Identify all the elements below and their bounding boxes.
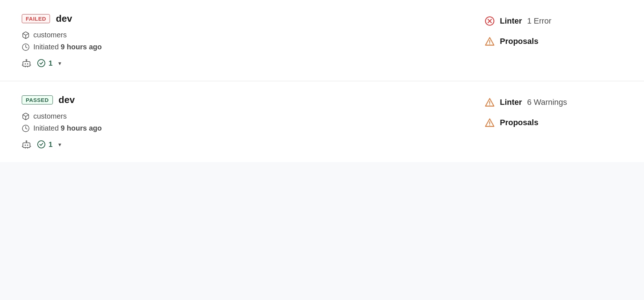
card-header-1: PASSEDdev: [22, 94, 203, 106]
clock-icon-1: [22, 124, 30, 132]
status-badge-1: PASSED: [22, 95, 53, 104]
warning-triangle-icon-0-1: [485, 36, 495, 46]
svg-rect-19: [23, 143, 30, 148]
svg-point-23: [26, 141, 27, 142]
check-count-1[interactable]: 1: [37, 140, 53, 149]
right-item-label-1-0: Linter: [500, 98, 522, 107]
svg-point-6: [26, 59, 27, 61]
box-icon-0: [22, 31, 30, 39]
initiated-text-1: Initiated 9 hours ago: [33, 124, 102, 132]
actions-row-0: 1▾: [22, 58, 203, 68]
initiated-text-0: Initiated 9 hours ago: [33, 43, 102, 51]
package-row-0: customers: [22, 31, 203, 39]
chevron-down-icon-1[interactable]: ▾: [58, 141, 61, 148]
card-passed: PASSEDdev customers Initiated 9 hours ag…: [0, 81, 644, 162]
card-left-1: PASSEDdev customers Initiated 9 hours ag…: [22, 94, 203, 149]
main-container: FAILEDdev customers Initiated 9 hours ag…: [0, 0, 644, 162]
svg-point-4: [27, 63, 28, 65]
package-name-0: customers: [33, 31, 67, 39]
check-circle-icon-0: [37, 59, 46, 67]
card-left-0: FAILEDdev customers Initiated 9 hours ag…: [22, 13, 203, 68]
check-count-0[interactable]: 1: [37, 59, 53, 67]
status-badge-0: FAILED: [22, 14, 50, 23]
svg-rect-2: [23, 62, 30, 66]
svg-point-30: [489, 104, 490, 105]
clock-icon-0: [22, 43, 30, 51]
right-item-count-0-0: 1 Error: [527, 16, 551, 26]
right-item-label-0-1: Proposals: [500, 37, 538, 46]
right-item-count-1-0: 6 Warnings: [527, 98, 567, 107]
initiated-row-1: Initiated 9 hours ago: [22, 124, 203, 132]
right-item-1-1: Proposals: [485, 118, 622, 128]
svg-point-16: [489, 44, 490, 44]
count-text-1: 1: [49, 140, 53, 149]
card-right-0: Linter1 Error Proposals: [485, 13, 622, 46]
env-name-0: dev: [56, 13, 72, 24]
initiated-row-0: Initiated 9 hours ago: [22, 43, 203, 51]
env-name-1: dev: [59, 94, 75, 106]
package-name-1: customers: [33, 112, 67, 120]
robot-icon-0: [22, 58, 31, 68]
right-item-0-0: Linter1 Error: [485, 16, 622, 26]
warning-triangle-icon-1-1: [485, 118, 495, 128]
box-icon-1: [22, 112, 30, 120]
svg-point-28: [38, 141, 45, 148]
svg-point-3: [25, 63, 26, 65]
check-circle-icon-1: [37, 140, 46, 149]
card-right-1: Linter6 Warnings Proposals: [485, 94, 622, 128]
right-item-1-0: Linter6 Warnings: [485, 97, 622, 107]
card-header-0: FAILEDdev: [22, 13, 203, 24]
svg-point-20: [25, 145, 26, 146]
card-failed: FAILEDdev customers Initiated 9 hours ag…: [0, 0, 644, 81]
robot-icon-1: [22, 140, 31, 149]
chevron-down-icon-0[interactable]: ▾: [58, 60, 61, 67]
warning-triangle-icon-1-0: [485, 97, 495, 107]
count-text-0: 1: [49, 59, 53, 67]
actions-row-1: 1▾: [22, 140, 203, 149]
svg-point-21: [27, 145, 28, 146]
package-row-1: customers: [22, 112, 203, 120]
right-item-label-0-0: Linter: [500, 16, 522, 26]
right-item-label-1-1: Proposals: [500, 118, 538, 127]
right-item-0-1: Proposals: [485, 36, 622, 46]
svg-point-11: [38, 59, 45, 67]
error-circle-icon-0-0: [485, 16, 495, 26]
svg-point-32: [489, 125, 490, 126]
